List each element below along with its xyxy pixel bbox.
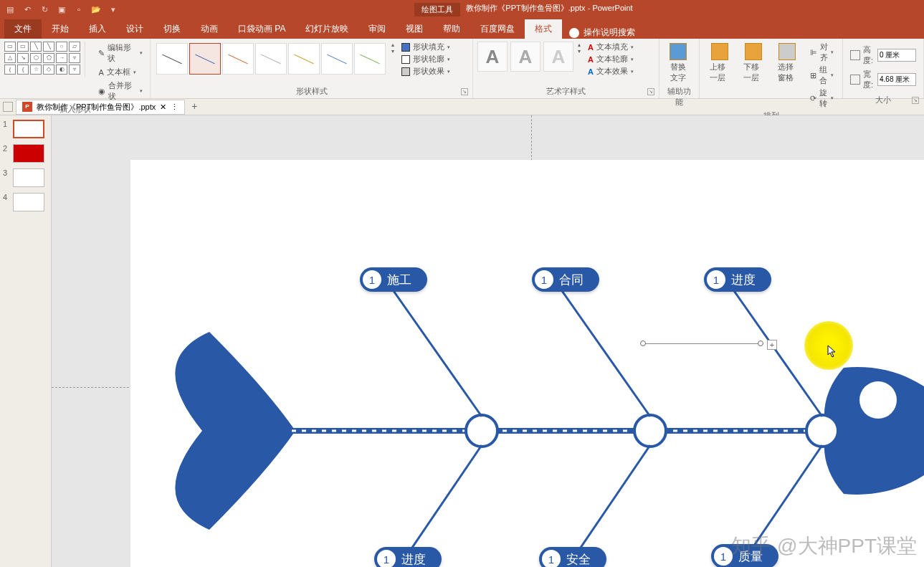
text-effects-button[interactable]: A文本效果▾ <box>588 66 634 77</box>
resize-handle[interactable] <box>758 340 763 346</box>
slide-editor[interactable]: 1施工 1合同 1进度 1进度 1安全 1质量 + 知乎 @大神PPT课堂 <box>52 115 924 567</box>
tab-format[interactable]: 格式 <box>525 19 562 39</box>
add-tab-button[interactable]: + <box>188 100 201 113</box>
width-input[interactable] <box>877 73 916 86</box>
group-label: 辅助功能 <box>664 85 695 108</box>
thumbnail-panel: 1 2 3 4 <box>0 115 52 567</box>
text-outline-button[interactable]: A文本轮廓▾ <box>588 54 634 65</box>
save-icon[interactable]: ▤ <box>4 4 16 15</box>
slide-thumbnail[interactable]: 2 <box>3 144 48 163</box>
wordart-gallery[interactable]: A A A <box>477 42 573 72</box>
svg-line-10 <box>571 445 650 561</box>
svg-point-2 <box>859 381 897 419</box>
undo-icon[interactable]: ↶ <box>22 4 33 15</box>
group-shape-styles: ▴▾ 形状填充▾ 形状轮廓▾ 形状效果▾ 形状样式↘ <box>151 39 473 98</box>
cursor-icon <box>827 345 837 361</box>
group-label: 形状样式↘ <box>155 85 468 97</box>
redo-icon[interactable]: ↻ <box>39 4 50 15</box>
backward-icon <box>745 43 762 60</box>
open-icon[interactable]: 📂 <box>90 4 102 15</box>
dialog-launcher-icon[interactable]: ↘ <box>912 97 919 104</box>
tab-baidu[interactable]: 百度网盘 <box>470 19 525 39</box>
qat-more-icon[interactable]: ▾ <box>108 4 119 15</box>
line-style-gallery[interactable] <box>155 42 387 76</box>
main-area: 1 2 3 4 <box>0 115 924 567</box>
svg-line-6 <box>392 289 482 416</box>
svg-line-9 <box>403 445 482 561</box>
group-label: 插入形状 <box>4 103 146 115</box>
add-point-icon[interactable]: + <box>767 340 777 350</box>
tab-view[interactable]: 视图 <box>396 19 433 39</box>
svg-point-4 <box>634 415 666 447</box>
shape-fill-button[interactable]: 形状填充▾ <box>401 42 450 52</box>
tab-file[interactable]: 文件 <box>4 19 42 39</box>
text-fill-button[interactable]: A文本填充▾ <box>588 42 634 52</box>
forward-icon <box>711 43 728 60</box>
height-input[interactable] <box>877 49 916 62</box>
quick-access-toolbar: ▤ ↶ ↻ ▣ ▫ 📂 ▾ <box>0 4 123 15</box>
tab-slideshow[interactable]: 幻灯片放映 <box>295 19 358 39</box>
tab-transitions[interactable]: 切换 <box>153 19 191 39</box>
tab-review[interactable]: 审阅 <box>358 19 396 39</box>
send-backward-button[interactable]: 下移一层 <box>738 42 768 85</box>
from-beginning-icon[interactable]: ▣ <box>56 4 67 15</box>
group-insert-shapes: ▭▭╲╲○▱ △↘⬡⬠→▿ ({☆◇◐▿ ✎ 编辑形状 ▾ A 文本框 ▾ ◉ … <box>0 39 151 98</box>
alt-text-icon <box>670 43 687 60</box>
svg-point-3 <box>466 415 497 447</box>
fishbone-label[interactable]: 1安全 <box>539 547 606 567</box>
shape-effects-button[interactable]: 形状效果▾ <box>401 66 450 77</box>
selection-icon <box>778 43 796 60</box>
dialog-launcher-icon[interactable]: ↘ <box>461 88 468 95</box>
fishbone-label[interactable]: 1进度 <box>704 267 771 292</box>
document-title: 教你制作《PPT制作鱼骨图》.pptx - PowerPoint <box>466 3 632 16</box>
group-arrange: 上移一层 下移一层 选择窗格 ⊫ 对齐▾ ⊞ 组合▾ ⟳ 旋转▾ 排列 <box>700 39 843 98</box>
titlebar: ▤ ↶ ↻ ▣ ▫ 📂 ▾ 绘图工具 教你制作《PPT制作鱼骨图》.pptx -… <box>0 0 924 19</box>
fishbone-label[interactable]: 1施工 <box>360 267 427 292</box>
close-tab-icon[interactable]: ✕ <box>160 103 166 112</box>
group-button[interactable]: ⊞ 组合▾ <box>806 65 838 86</box>
group-label: 艺术字样式↘ <box>477 85 654 97</box>
tell-me-search[interactable]: 操作说明搜索 <box>562 27 642 39</box>
shapes-gallery[interactable]: ▭▭╲╲○▱ △↘⬡⬠→▿ ({☆◇◐▿ <box>4 42 80 75</box>
svg-point-5 <box>806 415 838 447</box>
new-icon[interactable]: ▫ <box>73 4 85 15</box>
tab-help[interactable]: 帮助 <box>433 19 470 39</box>
selection-pane-button[interactable]: 选择窗格 <box>772 42 803 85</box>
tab-pocket-anim[interactable]: 口袋动画 PA <box>228 19 295 39</box>
alt-text-button[interactable]: 替换 文字 <box>664 42 692 85</box>
resize-handle[interactable] <box>640 340 646 346</box>
fishbone-label[interactable]: 1合同 <box>532 267 599 292</box>
ribbon: ▭▭╲╲○▱ △↘⬡⬠→▿ ({☆◇◐▿ ✎ 编辑形状 ▾ A 文本框 ▾ ◉ … <box>0 39 924 99</box>
bulb-icon <box>569 28 579 38</box>
group-size: 高度: 宽度: 大小↘ <box>843 39 924 98</box>
slide-thumbnail[interactable]: 1 <box>3 120 48 138</box>
text-box-button[interactable]: A 文本框 ▾ <box>95 66 146 78</box>
rotate-button[interactable]: ⟳ 旋转▾ <box>806 87 838 109</box>
slide-canvas[interactable]: 1施工 1合同 1进度 1进度 1安全 1质量 + <box>130 160 924 567</box>
svg-line-7 <box>561 289 650 416</box>
group-label: 大小↘ <box>847 93 919 105</box>
tab-animations[interactable]: 动画 <box>191 19 228 39</box>
align-button[interactable]: ⊫ 对齐▾ <box>806 42 838 63</box>
width-icon <box>850 75 860 85</box>
shape-outline-button[interactable]: 形状轮廓▾ <box>401 54 450 65</box>
group-wordart: A A A ▴▾ A文本填充▾ A文本轮廓▾ A文本效果▾ 艺术字样式↘ <box>473 39 659 98</box>
slide-thumbnail[interactable]: 3 <box>3 168 48 187</box>
fishbone-label[interactable]: 1进度 <box>374 547 442 567</box>
fishbone-diagram <box>130 160 924 567</box>
dialog-launcher-icon[interactable]: ↘ <box>647 88 654 95</box>
tab-design[interactable]: 设计 <box>116 19 153 39</box>
ribbon-tabs: 文件 开始 插入 设计 切换 动画 口袋动画 PA 幻灯片放映 审阅 视图 帮助… <box>0 19 924 39</box>
tab-home[interactable]: 开始 <box>42 19 79 39</box>
watermark: 知乎 @大神PPT课堂 <box>731 533 917 560</box>
slide-thumbnail[interactable]: 4 <box>3 193 48 211</box>
tab-menu-icon[interactable]: ⋮ <box>171 103 178 112</box>
selected-line-shape[interactable]: + <box>644 343 760 344</box>
edit-shape-button[interactable]: ✎ 编辑形状 ▾ <box>95 42 146 65</box>
contextual-tab-label: 绘图工具 <box>414 3 460 16</box>
group-accessibility: 替换 文字 辅助功能 <box>659 39 700 98</box>
tab-insert[interactable]: 插入 <box>79 19 116 39</box>
bring-forward-button[interactable]: 上移一层 <box>704 42 735 85</box>
height-icon <box>850 50 860 60</box>
